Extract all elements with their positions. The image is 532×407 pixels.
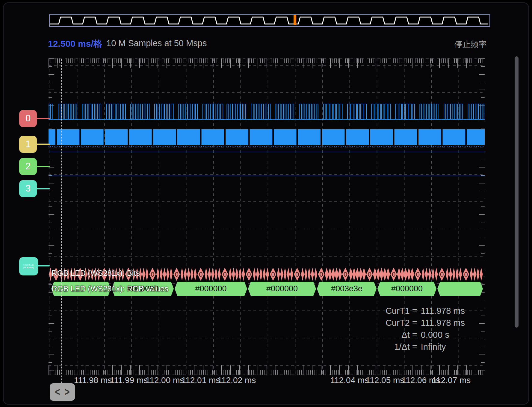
svg-text:0: 0 (464, 271, 468, 278)
vertical-scrollbar[interactable] (515, 56, 519, 328)
cursor-readout: CurT1 =111.978 msCurT2 =111.978 msΔt =0.… (386, 306, 465, 352)
waveform-plot[interactable]: 000000000000000 RGB LED (WS281x): Bits #… (49, 58, 485, 375)
pan-right-icon[interactable]: > (65, 387, 70, 397)
svg-text:0: 0 (440, 271, 444, 278)
sample-rate-info: 10 M Samples at 50 Msps (106, 38, 207, 48)
svg-text:0: 0 (344, 271, 347, 278)
svg-text:0: 0 (175, 271, 178, 278)
channel-connector-0 (37, 118, 50, 119)
svg-text:0: 0 (295, 271, 299, 278)
cursor-readout-value: 111.978 ms (421, 306, 465, 316)
x-axis-label: 112.07 ms (432, 376, 471, 385)
cursor-readout-label: CurT1 = (386, 306, 417, 316)
decoder-bits-label: RGB LED (WS281x): Bits (52, 269, 140, 278)
cursor-readout-value: Infinity (421, 342, 465, 352)
svg-text:0: 0 (199, 271, 202, 278)
channel-connector-1 (37, 144, 50, 145)
overview-position-marker[interactable] (294, 15, 296, 25)
decoded-value-block: #003e3e (317, 282, 377, 296)
x-axis-label: 112.04 ms (330, 376, 369, 385)
channel-2-trace (49, 152, 485, 152)
time-cursor[interactable] (61, 59, 62, 383)
overview-waveform (50, 15, 488, 26)
decoded-value-block: #000000 (377, 282, 436, 296)
svg-text:0: 0 (319, 271, 323, 278)
channel-0-trace (49, 103, 485, 120)
pan-navigation-button[interactable]: < > (50, 383, 75, 401)
decoded-value-block (437, 282, 483, 296)
x-axis: 111.98 ms111.99 ms112.00 ms112.01 ms112.… (49, 376, 485, 386)
x-axis-label: 111.99 ms (110, 376, 148, 385)
x-axis-label: 112.02 ms (217, 376, 256, 385)
svg-text:0: 0 (223, 271, 226, 278)
x-axis-label: 112.00 ms (146, 376, 184, 385)
channel-1-baseline-dots (49, 146, 485, 147)
channel-badge-3[interactable]: 3 (19, 180, 37, 197)
channel-1-trace (49, 129, 485, 145)
svg-text:0: 0 (247, 271, 251, 278)
cursor-readout-label: Δt = (386, 330, 417, 340)
channel-connector-2 (37, 166, 50, 167)
svg-text:0: 0 (151, 271, 154, 278)
svg-text:0: 0 (271, 271, 275, 278)
channel-connector-3 (37, 188, 50, 189)
decoder-values-label: RGB LED (WS281x): RGB values (52, 284, 168, 293)
pan-left-icon[interactable]: < (55, 387, 60, 397)
channel-3-trace (49, 176, 485, 176)
x-axis-label: 112.01 ms (182, 376, 220, 385)
svg-text:0: 0 (368, 271, 371, 278)
channel-badge-rgb[interactable]: RGB LED (WS281x) (19, 257, 38, 275)
channel-connector-rgb (37, 265, 50, 266)
cursor-readout-label: CurT2 = (386, 318, 417, 328)
cursor-readout-value: 111.978 ms (421, 318, 465, 328)
timebase-scale: 12.500 ms/格 (48, 38, 102, 50)
svg-text:0: 0 (416, 271, 419, 278)
app-window: 12.500 ms/格 10 M Samples at 50 Msps 停止频率… (3, 2, 529, 405)
x-axis-label: 111.98 ms (74, 376, 112, 385)
cursor-readout-value: 0.000 s (421, 330, 465, 340)
decoded-value-block: #000000 (248, 282, 316, 296)
decoded-value-block: #000000 (175, 282, 247, 296)
channel-badge-0[interactable]: 0 (19, 110, 37, 127)
svg-text:0: 0 (392, 271, 395, 278)
overview-minimap[interactable] (49, 14, 490, 27)
channel-badge-1[interactable]: 1 (19, 136, 37, 153)
channel-badge-2[interactable]: 2 (19, 158, 37, 175)
x-axis-label: 112.05 ms (366, 376, 404, 385)
cursor-readout-label: 1/Δt = (386, 342, 417, 352)
stop-frequency-label: 停止频率 (454, 39, 487, 50)
